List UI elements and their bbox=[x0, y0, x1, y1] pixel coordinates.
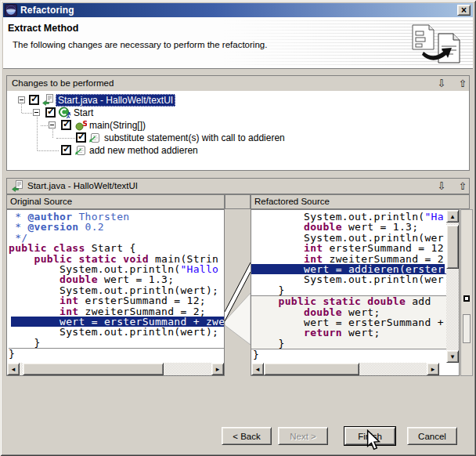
refactoring-banner-icon bbox=[410, 23, 462, 65]
scroll-left-icon[interactable]: ◂ bbox=[251, 363, 264, 375]
scrollbar-thumb[interactable] bbox=[264, 363, 359, 375]
change-checkbox[interactable]: ✓ bbox=[61, 120, 71, 130]
code-line: System.out.println(wert); bbox=[9, 285, 224, 295]
expand-toggle-icon[interactable] bbox=[33, 109, 40, 116]
change-doc-icon bbox=[41, 94, 56, 107]
finish-button[interactable]: Finish bbox=[344, 427, 395, 445]
code-line: System.out.println(wer bbox=[253, 233, 446, 243]
tree-row[interactable]: ✓Smain(String[]) bbox=[7, 119, 469, 132]
code-line: int ersterSummand = 12 bbox=[253, 243, 446, 253]
code-line: } bbox=[9, 348, 224, 358]
code-line: } bbox=[253, 349, 446, 360]
change-icon bbox=[88, 132, 103, 144]
tree-item-label: main(String[]) bbox=[89, 119, 146, 132]
scroll-right-icon[interactable]: ▸ bbox=[427, 363, 439, 375]
code-line: int zweiterSummand = 2 bbox=[253, 254, 446, 264]
svg-text:S: S bbox=[83, 120, 88, 128]
tree-item-label: substitute statement(s) with call to add… bbox=[104, 132, 285, 144]
diff-region-marker[interactable] bbox=[463, 314, 471, 343]
code-line: wert = addieren(erster bbox=[251, 264, 446, 274]
change-checkbox[interactable]: ✓ bbox=[61, 145, 71, 155]
compare-section-header: Start.java - HalloWelt/textUI ⇩ ⇧ bbox=[6, 178, 470, 194]
window-title: Refactoring bbox=[20, 5, 74, 16]
code-line: public static double add bbox=[253, 296, 446, 306]
change-icon bbox=[74, 144, 88, 157]
previous-change-icon[interactable]: ⇧ bbox=[456, 77, 470, 90]
current-diff-marker[interactable] bbox=[463, 295, 470, 302]
expand-toggle-icon[interactable] bbox=[49, 121, 56, 128]
close-icon[interactable]: × bbox=[457, 5, 471, 16]
code-line: System.out.println(wert); bbox=[9, 327, 224, 337]
code-line: wert = ersterSummand + bbox=[253, 317, 446, 328]
tree-row[interactable]: ✓Start bbox=[7, 107, 469, 119]
scrollbar-thumb[interactable] bbox=[446, 225, 459, 269]
code-line: System.out.println("Hallo bbox=[9, 264, 224, 274]
code-line: } bbox=[253, 285, 446, 295]
eclipse-logo-icon bbox=[5, 4, 17, 16]
change-checkbox[interactable]: ✓ bbox=[29, 95, 39, 105]
change-checkbox[interactable]: ✓ bbox=[76, 132, 86, 143]
diff-connector-gap bbox=[225, 209, 251, 376]
scroll-up-icon[interactable]: ▴ bbox=[446, 210, 459, 223]
code-line: int zweiterSummand = 2; bbox=[9, 306, 224, 317]
code-line: System.out.println("Ha bbox=[253, 212, 446, 222]
tree-row[interactable]: ✓Start.java - HalloWelt/textUI bbox=[7, 94, 469, 107]
scroll-right-icon[interactable]: ▸ bbox=[211, 363, 224, 375]
added-code-region: public static double add double wert; we… bbox=[251, 295, 446, 349]
scroll-down-icon[interactable]: ▾ bbox=[446, 350, 459, 363]
code-line: public static void main(Strin bbox=[9, 254, 224, 264]
page-title: Extract Method bbox=[8, 23, 78, 34]
original-source-header: Original Source bbox=[6, 194, 225, 209]
code-line: public class Start { bbox=[9, 243, 224, 253]
refactored-hscrollbar[interactable]: ◂ ▸ bbox=[251, 363, 439, 375]
scrollbar-thumb[interactable] bbox=[23, 363, 164, 375]
refactored-source-header: Refactored Source bbox=[251, 194, 470, 209]
change-checkbox[interactable]: ✓ bbox=[45, 107, 56, 118]
back-button[interactable]: < Back bbox=[222, 427, 272, 445]
diff-overview-ruler[interactable] bbox=[460, 209, 473, 376]
checkmark-icon: ✓ bbox=[78, 131, 85, 142]
tree-item-label: Start bbox=[74, 107, 93, 119]
checkmark-icon: ✓ bbox=[31, 93, 38, 104]
changes-section-title: Changes to be performed bbox=[12, 76, 114, 91]
code-line: wert = ersterSummand + zwei bbox=[7, 317, 224, 327]
previous-difference-icon[interactable]: ⇧ bbox=[456, 179, 470, 193]
title-bar[interactable]: Refactoring × bbox=[3, 3, 473, 17]
code-line: System.out.println(wer bbox=[253, 274, 446, 284]
cancel-button[interactable]: Cancel bbox=[407, 427, 457, 445]
original-hscrollbar[interactable]: ◂ ▸ bbox=[7, 363, 224, 375]
original-source-pane[interactable]: * @author Thorsten * @version 0.2 */publ… bbox=[6, 209, 225, 376]
next-change-icon[interactable]: ⇩ bbox=[435, 77, 449, 90]
tree-row[interactable]: ✓add new method addieren bbox=[7, 144, 469, 157]
checkmark-icon: ✓ bbox=[63, 118, 70, 129]
code-line: int ersterSummand = 12; bbox=[9, 295, 224, 306]
expand-toggle-icon[interactable] bbox=[18, 96, 25, 103]
changes-tree[interactable]: ✓Start.java - HalloWelt/textUI✓Start✓Sma… bbox=[6, 91, 470, 171]
code-line: * @version 0.2 bbox=[9, 222, 224, 232]
next-difference-icon[interactable]: ⇩ bbox=[435, 179, 449, 193]
scroll-left-icon[interactable]: ◂ bbox=[7, 363, 20, 375]
compare-section-title: Start.java - HalloWelt/textUI bbox=[27, 179, 138, 194]
code-line: double wert = 1.3; bbox=[9, 274, 224, 284]
next-button[interactable]: Next > bbox=[278, 427, 328, 445]
refactoring-dialog: Refactoring × Extract Method The followi… bbox=[0, 0, 476, 456]
refactored-source-pane[interactable]: System.out.println("Ha double wert = 1.3… bbox=[251, 209, 460, 376]
diff-connector-graphic bbox=[225, 209, 251, 376]
code-line: } bbox=[9, 338, 224, 348]
changes-section-header: Changes to be performed ⇩ ⇧ bbox=[6, 75, 470, 92]
code-line: double wert = 1.3; bbox=[253, 222, 446, 232]
gap-header bbox=[225, 194, 251, 209]
page-description: The following changes are necessary to p… bbox=[13, 40, 267, 49]
refactored-code-area[interactable]: System.out.println("Ha double wert = 1.3… bbox=[251, 210, 446, 363]
wizard-banner: Extract Method The following changes are… bbox=[3, 17, 473, 69]
tree-row[interactable]: ✓substitute statement(s) with call to ad… bbox=[7, 132, 469, 144]
code-line: } bbox=[253, 338, 446, 349]
method-static-icon: S bbox=[74, 119, 88, 132]
refactored-vscrollbar[interactable]: ▴ ▾ bbox=[446, 210, 459, 363]
checkmark-icon: ✓ bbox=[47, 106, 55, 117]
compilation-unit-change-icon bbox=[11, 180, 23, 193]
class-run-icon bbox=[58, 107, 72, 119]
checkmark-icon: ✓ bbox=[63, 143, 70, 154]
original-code-area[interactable]: * @author Thorsten * @version 0.2 */publ… bbox=[7, 210, 224, 363]
code-line: double wert; bbox=[253, 307, 446, 317]
